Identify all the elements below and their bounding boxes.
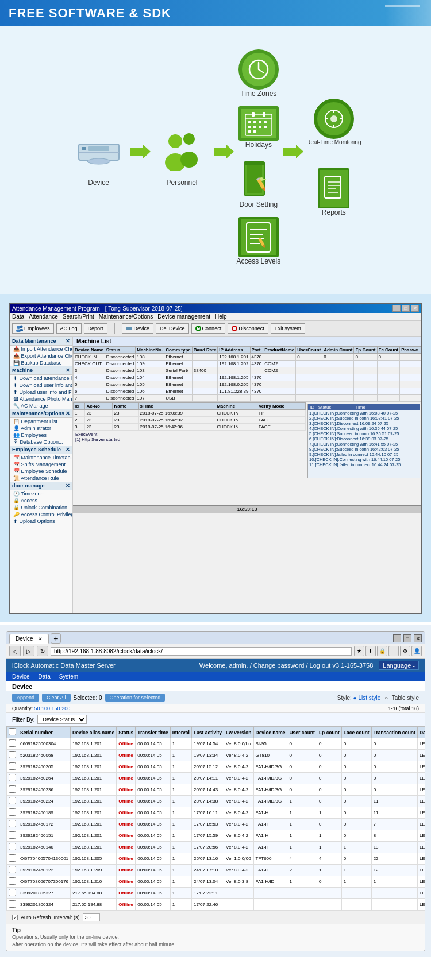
nav-data-link[interactable]: Data	[39, 673, 51, 680]
sidebar-employees[interactable]: 👥 Employees	[10, 432, 72, 439]
download-icon[interactable]: ⬇	[365, 646, 376, 656]
settings-icon[interactable]: ⋮	[388, 646, 399, 656]
qty-50[interactable]: 50	[34, 706, 40, 711]
sidebar-db-option[interactable]: 🗄 Database Option...	[10, 439, 72, 446]
row-checkbox[interactable]	[9, 808, 16, 816]
device-row: 3929182460189192.168.1.201Offline00:00:1…	[7, 807, 425, 819]
status-log-item: 8.[CHECK IN]:Succeed in conn 16:42:03 07…	[308, 447, 420, 452]
col-ip: IP Address	[218, 347, 250, 354]
security-icon[interactable]: 🔒	[377, 646, 387, 656]
row-checkbox[interactable]	[9, 751, 16, 758]
win-maximize-btn[interactable]: □	[402, 305, 410, 312]
nav-device-link[interactable]: Device	[12, 673, 30, 680]
sidebar-dept[interactable]: 📋 Department List	[10, 418, 72, 425]
row-checkbox[interactable]	[9, 820, 16, 827]
tab-close-icon[interactable]: ✕	[38, 636, 43, 642]
row-checkbox[interactable]	[9, 831, 16, 839]
append-btn[interactable]: Append	[12, 694, 39, 702]
row-checkbox[interactable]	[9, 774, 16, 781]
sidebar-import[interactable]: 📥 Import Attendance Checking Data	[10, 346, 72, 353]
toolbar-device-btn[interactable]: Device	[122, 323, 154, 334]
toolbar-connect-btn[interactable]: Connect	[191, 323, 226, 334]
menu-data[interactable]: Data	[12, 313, 24, 320]
row-checkbox[interactable]	[9, 843, 16, 850]
qty-200[interactable]: 200	[61, 706, 70, 711]
browser-minimize-btn[interactable]: _	[393, 634, 401, 642]
tab-employees-btn[interactable]: Employees	[12, 323, 54, 334]
tab-report-btn[interactable]: Report	[84, 323, 107, 334]
row-checkbox[interactable]	[9, 739, 16, 747]
bookmark-icon[interactable]: ★	[354, 646, 364, 656]
nav-refresh-btn[interactable]: ↻	[37, 646, 48, 656]
toolbar-disconnect-btn[interactable]: Disconnect	[228, 323, 268, 334]
device-row: 3929182460264192.168.1.201Offline00:00:1…	[7, 773, 425, 784]
sidebar-export[interactable]: 📤 Export Attendance Checking Data	[10, 353, 72, 359]
sidebar-access[interactable]: 🔒 Access	[10, 497, 72, 504]
web-section: Device ✕ + _ □ ✕ ◁ ▷ ↻ ★ ⬇ 🔒 ⋮ ⚙ 👤	[0, 625, 431, 957]
row-checkbox[interactable]	[9, 785, 16, 793]
menu-search[interactable]: Search/Print	[63, 313, 94, 320]
nav-back-btn[interactable]: ◁	[9, 646, 21, 656]
menu-attendance[interactable]: Attendance	[29, 313, 58, 320]
toolbar-del-device-btn[interactable]: Del Device	[156, 323, 189, 334]
sidebar-unlock[interactable]: 🔓 Unlock Combination	[10, 504, 72, 511]
browser-window: Device ✕ + _ □ ✕ ◁ ▷ ↻ ★ ⬇ 🔒 ⋮ ⚙ 👤	[6, 631, 425, 951]
sidebar-download-att[interactable]: ⬇ Download attendance logs	[10, 375, 72, 382]
menu-maintenance[interactable]: Maintenance/Options	[99, 313, 153, 320]
sidebar-ac-manage[interactable]: 🔧 AC Manage	[10, 402, 72, 409]
toolbar-exit-btn[interactable]: Exit system	[271, 323, 305, 334]
svg-rect-24	[259, 126, 261, 128]
new-tab-btn[interactable]: +	[51, 633, 61, 644]
row-checkbox[interactable]	[9, 762, 16, 770]
browser-tab-device[interactable]: Device ✕	[9, 634, 49, 644]
row-checkbox[interactable]	[9, 877, 16, 885]
time-zones-label: Time Zones	[240, 90, 276, 98]
tab-ac-log-btn[interactable]: AC Log	[56, 323, 82, 334]
win-minimize-btn[interactable]: _	[392, 305, 401, 312]
list-style-btn[interactable]: ● List style	[353, 695, 381, 701]
sidebar-timezone[interactable]: 🕐 Timezone	[10, 490, 72, 497]
sidebar-photo-mgmt[interactable]: 🖼 Attendance Photo Management	[10, 396, 72, 402]
row-checkbox[interactable]	[9, 866, 16, 873]
sidebar-access-ctrl[interactable]: 🔑 Access Control Privilege	[10, 511, 72, 518]
sidebar-att-rule[interactable]: 📜 Attendance Rule	[10, 475, 72, 482]
menu-device[interactable]: Device management	[157, 313, 210, 320]
browser-restore-btn[interactable]: □	[403, 634, 411, 642]
sidebar-upload-opts[interactable]: ⬆ Upload Options	[10, 518, 72, 525]
nav-forward-btn[interactable]: ▷	[23, 646, 34, 656]
sidebar-header-door: door manage ✕	[10, 482, 72, 490]
sidebar-emp-schedule[interactable]: 📅 Employee Schedule	[10, 468, 72, 475]
table-style-btn[interactable]: Table style	[392, 695, 419, 701]
sidebar-shifts[interactable]: 📅 Shifts Management	[10, 461, 72, 468]
operation-btn[interactable]: Operation for selected	[105, 694, 166, 702]
row-checkbox[interactable]	[9, 797, 16, 804]
menu-help[interactable]: Help	[215, 313, 227, 320]
auto-refresh-checkbox[interactable]: ✓	[12, 915, 18, 920]
row-checkbox[interactable]	[9, 854, 16, 862]
extension-icon[interactable]: ⚙	[400, 646, 410, 656]
sidebar-timetables[interactable]: 📅 Maintenance Timetables	[10, 454, 72, 461]
browser-close-btn[interactable]: ✕	[414, 634, 422, 642]
interval-input[interactable]	[83, 913, 100, 921]
row-checkbox[interactable]	[9, 889, 16, 896]
reports-icon	[318, 168, 349, 208]
svg-point-57	[20, 326, 23, 328]
win-close-btn[interactable]: ✕	[411, 305, 419, 312]
person-icon[interactable]: 👤	[411, 646, 422, 656]
filter-dropdown[interactable]: Device Status	[37, 715, 87, 724]
language-btn[interactable]: Language -	[379, 661, 419, 670]
sidebar-upload-user[interactable]: ⬆ Upload user info and FP	[10, 389, 72, 396]
pagination-info: 1-16(total 16)	[388, 706, 419, 711]
nav-system-link[interactable]: System	[59, 673, 78, 680]
sidebar-download-user[interactable]: ⬇ Download user info and Fp	[10, 382, 72, 389]
browser-navbar: ◁ ▷ ↻ ★ ⬇ 🔒 ⋮ ⚙ 👤	[6, 644, 425, 659]
url-bar[interactable]	[51, 647, 352, 656]
clear-all-btn[interactable]: Clear All	[42, 694, 71, 702]
qty-100[interactable]: 100	[41, 706, 50, 711]
qty-150[interactable]: 150	[52, 706, 60, 711]
row-checkbox[interactable]	[9, 900, 16, 908]
sidebar-admin[interactable]: 👤 Administrator	[10, 425, 72, 432]
sidebar-header-emp-sched: Employee Schedule ✕	[10, 446, 72, 454]
sidebar-backup[interactable]: 💾 Backup Database	[10, 359, 72, 366]
select-all-checkbox[interactable]	[9, 728, 16, 735]
